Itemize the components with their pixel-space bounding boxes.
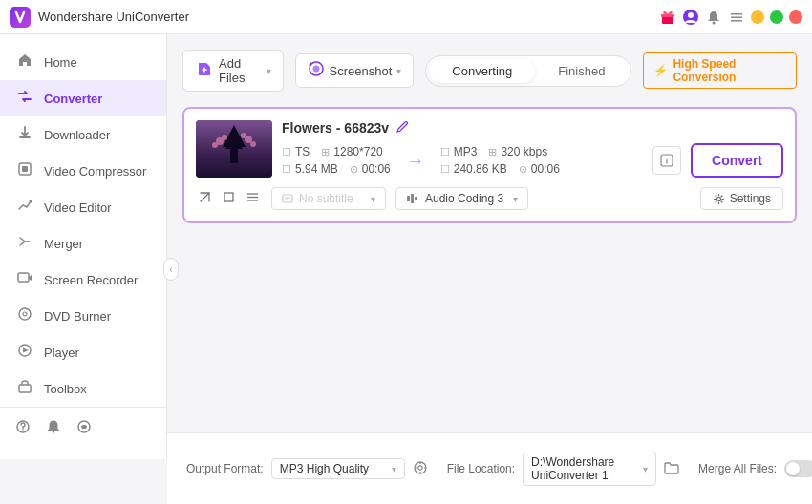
merge-all-field: Merge All Files:: [698, 460, 812, 477]
audio-select[interactable]: Audio Coding 3 ▾: [395, 187, 528, 210]
svg-point-4: [713, 21, 716, 24]
browse-folder-icon[interactable]: [664, 461, 679, 477]
svg-point-27: [212, 142, 218, 148]
file-location-field: File Location: D:\Wondershare UniConvert…: [447, 452, 679, 486]
sidebar-item-dvd-burner[interactable]: DVD Burner: [0, 298, 166, 334]
dst-duration: 00:06: [531, 162, 560, 176]
add-files-label: Add Files: [219, 56, 262, 85]
dst-format-row: ☐ MP3 ⊞ 320 kbps: [440, 145, 560, 158]
user-icon[interactable]: [682, 9, 699, 26]
convert-button[interactable]: Convert: [691, 143, 783, 178]
file-location-value: D:\Wondershare UniConverter 1: [531, 455, 639, 482]
src-duration: 00:06: [362, 162, 391, 176]
dvd-icon: [15, 306, 34, 326]
tab-finished[interactable]: Finished: [535, 59, 628, 83]
recorder-icon: [15, 270, 34, 289]
sidebar: Home Converter Downloader: [0, 34, 167, 459]
sidebar-item-player[interactable]: Player: [0, 334, 166, 370]
minimize-button[interactable]: [751, 10, 764, 24]
add-files-icon: [195, 59, 214, 82]
tabs-container: Converting Finished: [425, 55, 631, 87]
bell-icon[interactable]: [705, 9, 722, 26]
editor-icon: [15, 198, 34, 217]
sidebar-item-home[interactable]: Home: [0, 44, 166, 80]
file-location-dropdown[interactable]: D:\Wondershare UniConverter 1 ▾: [523, 452, 656, 486]
collapse-sidebar-button[interactable]: ‹: [163, 258, 179, 281]
svg-rect-7: [731, 20, 742, 22]
high-speed-badge[interactable]: ⚡ High Speed Conversion: [643, 52, 797, 89]
player-icon: [15, 343, 34, 362]
add-files-button[interactable]: Add Files ▾: [182, 50, 284, 92]
svg-point-18: [53, 430, 54, 432]
screenshot-button[interactable]: Screenshot ▾: [295, 53, 415, 88]
add-files-chevron: ▾: [267, 66, 271, 76]
sidebar-item-video-compressor[interactable]: Video Compressor: [0, 153, 166, 189]
tab-converting[interactable]: Converting: [429, 59, 535, 83]
svg-point-13: [23, 312, 27, 316]
converter-icon: [15, 89, 34, 108]
file-card-bottom: No subtitle ▾ Audio Coding 3 ▾: [196, 187, 783, 210]
close-button[interactable]: [789, 10, 802, 24]
dst-bitrate-icon: ⊞: [488, 146, 497, 158]
maximize-button[interactable]: [770, 10, 783, 24]
merge-all-toggle[interactable]: [784, 460, 812, 477]
sidebar-item-toolbox[interactable]: Toolbox: [0, 370, 166, 407]
svg-point-10: [30, 200, 32, 203]
thumb-image: [196, 120, 272, 178]
merge-all-label: Merge All Files:: [698, 462, 777, 475]
output-format-chevron: ▾: [392, 464, 396, 474]
dst-size-icon: ☐: [440, 163, 450, 176]
subtitle-placeholder: No subtitle: [299, 192, 353, 205]
svg-point-3: [688, 12, 694, 18]
crop-icon[interactable]: [220, 188, 238, 209]
sidebar-item-converter[interactable]: Converter: [0, 80, 166, 116]
sidebar-wrapper: Home Converter Downloader: [0, 34, 167, 504]
file-details: ☐ TS ⊞ 1280*720 ☐ 5.94 MB ⊙ 00:06: [282, 143, 783, 178]
file-card-top: Flowers - 66823v ☐ TS: [196, 120, 783, 178]
menu-icon[interactable]: [728, 9, 745, 26]
app-body: Home Converter Downloader: [0, 34, 812, 504]
settings-button[interactable]: Settings: [700, 187, 783, 210]
home-icon: [15, 52, 34, 72]
dst-size-row: ☐ 240.86 KB ⊙ 00:06: [440, 162, 560, 176]
help-icon[interactable]: [15, 419, 31, 438]
merger-icon: [15, 234, 34, 253]
sidebar-item-screen-recorder[interactable]: Screen Recorder: [0, 262, 166, 298]
toggle-thumb: [786, 462, 800, 475]
sidebar-label-compressor: Video Compressor: [44, 164, 146, 178]
src-format: TS: [295, 145, 310, 158]
feedback-icon[interactable]: [76, 419, 92, 438]
sidebar-item-video-editor[interactable]: Video Editor: [0, 189, 166, 225]
bottom-bar: Output Format: MP3 High Quality ▾: [167, 432, 812, 504]
trim-icon[interactable]: [196, 188, 214, 209]
sidebar-label-home: Home: [44, 55, 77, 70]
compressor-icon: [15, 161, 34, 180]
gift-icon[interactable]: [659, 9, 676, 26]
notification-icon[interactable]: [46, 419, 61, 438]
file-actions: [652, 146, 681, 175]
sidebar-label-downloader: Downloader: [44, 128, 110, 142]
sidebar-item-downloader[interactable]: Downloader: [0, 116, 166, 153]
svg-rect-6: [731, 16, 742, 18]
file-card-icons: [196, 188, 262, 209]
svg-point-12: [19, 308, 31, 320]
file-name: Flowers - 66823v: [282, 120, 389, 136]
file-thumbnail: [196, 120, 272, 178]
svg-rect-5: [731, 13, 742, 15]
subtitle-select[interactable]: No subtitle ▾: [271, 187, 386, 210]
svg-point-45: [418, 465, 422, 469]
titlebar: Wondershare UniConverter: [0, 0, 812, 34]
list-icon[interactable]: [244, 188, 262, 209]
dst-format-icon: ☐: [440, 146, 450, 158]
sidebar-item-merger[interactable]: Merger: [0, 225, 166, 262]
file-details-button[interactable]: [652, 146, 681, 175]
output-settings-icon[interactable]: [413, 460, 428, 478]
dst-duration-icon: ⊙: [519, 163, 527, 176]
file-dest-info: ☐ MP3 ⊞ 320 kbps ☐ 240.86 KB ⊙ 00:06: [440, 145, 560, 176]
audio-chevron: ▾: [513, 194, 518, 204]
file-edit-icon[interactable]: [396, 120, 409, 136]
screenshot-icon: [308, 60, 325, 81]
output-format-dropdown[interactable]: MP3 High Quality ▾: [271, 458, 405, 479]
app-title: Wondershare UniConverter: [38, 10, 189, 24]
resolution-icon: ⊞: [321, 146, 330, 158]
